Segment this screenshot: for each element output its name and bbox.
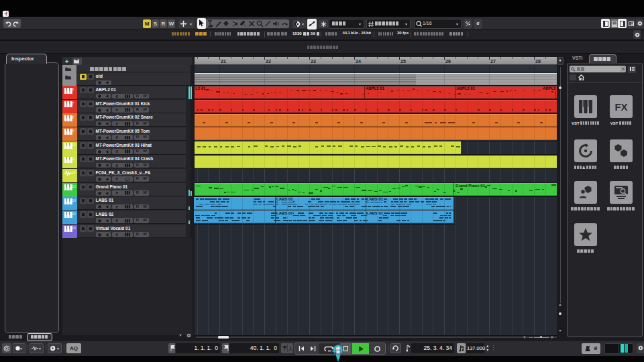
svg-text:FX: FX <box>614 101 627 113</box>
